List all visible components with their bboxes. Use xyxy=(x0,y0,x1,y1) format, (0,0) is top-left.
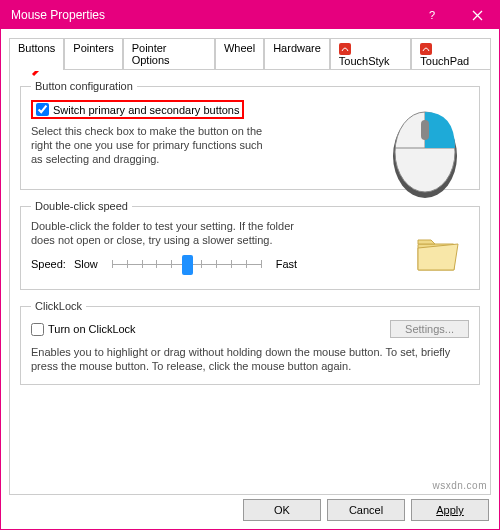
double-click-description: Double-click the folder to test your set… xyxy=(31,220,311,248)
tab-touchstyk-label: TouchStyk xyxy=(339,55,390,67)
tab-touchstyk[interactable]: TouchStyk xyxy=(330,38,411,70)
dialog-buttons: OK Cancel Apply xyxy=(243,499,489,521)
tab-pointer-options[interactable]: Pointer Options xyxy=(123,38,215,70)
test-folder-icon[interactable] xyxy=(415,234,459,276)
speed-slider[interactable] xyxy=(112,254,262,274)
double-click-group: Double-click speed Double-click the fold… xyxy=(20,200,480,290)
tab-buttons[interactable]: Buttons xyxy=(9,38,64,70)
svg-rect-2 xyxy=(420,43,432,55)
tab-hardware[interactable]: Hardware xyxy=(264,38,330,70)
mouse-illustration xyxy=(387,100,463,202)
clicklock-description: Enables you to highlight or drag without… xyxy=(31,346,469,374)
annotation-highlight: Switch primary and secondary buttons xyxy=(31,100,244,119)
ok-button[interactable]: OK xyxy=(243,499,321,521)
close-button[interactable] xyxy=(455,1,499,29)
speed-row: Speed: Slow Fast xyxy=(31,254,469,274)
cancel-button[interactable]: Cancel xyxy=(327,499,405,521)
switch-buttons-label: Switch primary and secondary buttons xyxy=(53,104,239,116)
tab-pointers[interactable]: Pointers xyxy=(64,38,122,70)
clicklock-group: ClickLock Turn on ClickLock Settings... … xyxy=(20,300,480,385)
tab-touchpad[interactable]: TouchPad xyxy=(411,38,491,70)
tabbar: Buttons Pointers Pointer Options Wheel H… xyxy=(9,37,491,69)
help-button[interactable]: ? xyxy=(411,1,455,29)
tab-touchpad-label: TouchPad xyxy=(420,55,469,67)
dialog-window: Mouse Properties ? Buttons Pointers Poin… xyxy=(0,0,500,530)
tab-wheel[interactable]: Wheel xyxy=(215,38,264,70)
svg-rect-5 xyxy=(421,120,429,140)
slow-label: Slow xyxy=(74,258,98,270)
switch-buttons-checkbox[interactable] xyxy=(36,103,49,116)
titlebar: Mouse Properties ? xyxy=(1,1,499,29)
speed-label: Speed: xyxy=(31,258,66,270)
switch-buttons-row[interactable]: Switch primary and secondary buttons xyxy=(36,103,239,116)
button-config-legend: Button configuration xyxy=(31,80,137,92)
svg-rect-1 xyxy=(339,43,351,55)
clicklock-legend: ClickLock xyxy=(31,300,86,312)
tab-panel-buttons: Button configuration Switch primary and … xyxy=(9,69,491,495)
window-title: Mouse Properties xyxy=(11,8,105,22)
synaptics-icon xyxy=(339,42,353,54)
double-click-legend: Double-click speed xyxy=(31,200,132,212)
svg-text:?: ? xyxy=(429,9,435,21)
window-buttons: ? xyxy=(411,1,499,29)
switch-buttons-description: Select this check box to make the button… xyxy=(31,125,271,166)
slider-thumb[interactable] xyxy=(182,255,193,275)
clicklock-row[interactable]: Turn on ClickLock xyxy=(31,323,136,336)
clicklock-checkbox[interactable] xyxy=(31,323,44,336)
synaptics-icon xyxy=(420,42,434,54)
apply-button[interactable]: Apply xyxy=(411,499,489,521)
button-config-group: Button configuration Switch primary and … xyxy=(20,80,480,190)
fast-label: Fast xyxy=(276,258,297,270)
clicklock-label: Turn on ClickLock xyxy=(48,323,136,335)
clicklock-settings-button: Settings... xyxy=(390,320,469,338)
